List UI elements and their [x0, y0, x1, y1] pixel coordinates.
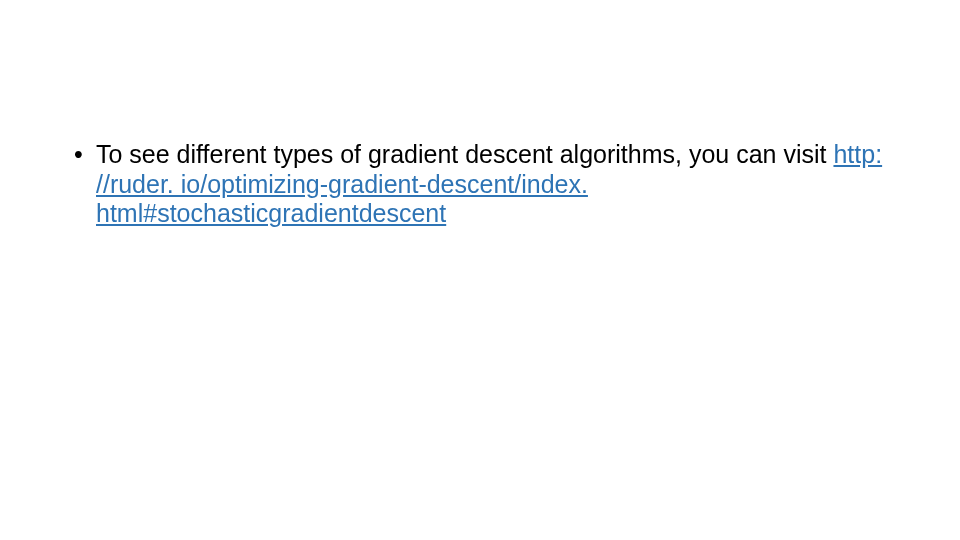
bullet-text: To see different types of gradient desce…	[96, 140, 833, 168]
bullet-list: To see different types of gradient desce…	[70, 140, 890, 229]
slide: To see different types of gradient desce…	[0, 0, 960, 540]
content-area: To see different types of gradient desce…	[70, 140, 890, 229]
bullet-item: To see different types of gradient desce…	[70, 140, 890, 229]
